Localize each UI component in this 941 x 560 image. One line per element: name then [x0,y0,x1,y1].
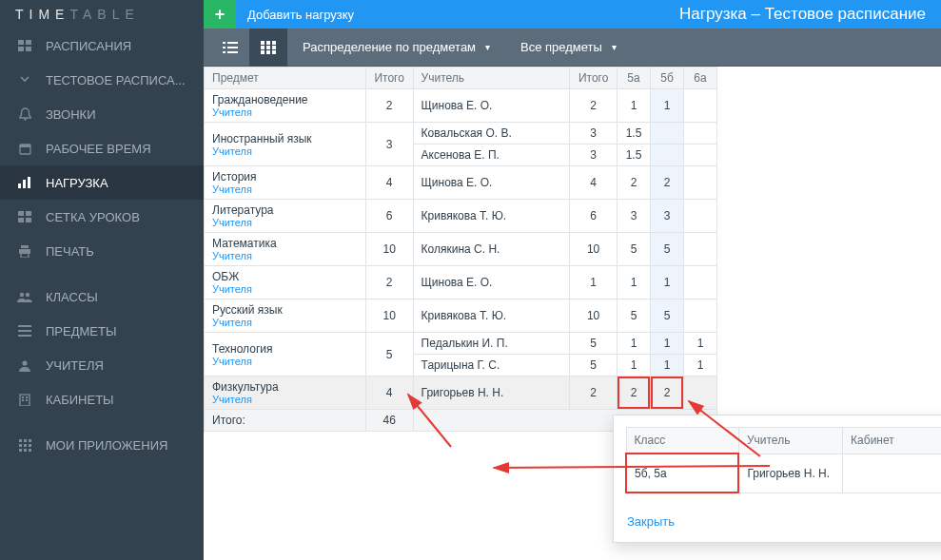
cell-5b[interactable]: 1 [651,355,684,377]
sidebar-item-8[interactable]: КЛАССЫ [0,280,204,314]
view-list-button[interactable] [211,29,249,67]
cell-cabinet[interactable] [843,454,941,492]
svg-rect-47 [266,46,270,49]
sidebar-item-11[interactable]: КАБИНЕТЫ [0,382,204,416]
building-icon [17,394,32,406]
subject-cell[interactable]: МатематикаУчителя [205,233,366,266]
teacher-name[interactable]: Кривякова Т. Ю. [413,200,570,233]
cell-5b[interactable]: 3 [651,200,684,233]
cell-5a[interactable]: 2 [618,166,651,200]
distribution-menu[interactable]: Распределение по предметам ▾ [287,29,505,67]
cell-5b[interactable]: 5 [651,299,684,333]
subject-cell[interactable]: ГраждановедениеУчителя [205,89,366,123]
teacher-name[interactable]: Колякина С. Н. [413,233,570,266]
cell-5a[interactable]: 1 [618,333,651,355]
teachers-link[interactable]: Учителя [212,183,358,195]
cell-6a[interactable]: 1 [683,355,716,377]
sidebar-item-13[interactable]: МОИ ПРИЛОЖЕНИЯ [0,428,204,462]
add-button[interactable]: + [204,0,236,29]
cell-5a[interactable]: 3 [618,200,651,233]
cell-6a[interactable] [683,266,716,299]
subject-cell[interactable]: ФизкультураУчителя [205,377,366,410]
cell-5b[interactable] [651,123,684,145]
teacher-name[interactable]: Щинова Е. О. [413,166,570,200]
table-row[interactable]: ГраждановедениеУчителя2Щинова Е. О.211 [205,89,717,123]
sidebar-item-6[interactable]: ПЕЧАТЬ [0,234,204,268]
cell-6a[interactable] [683,377,716,410]
cell-5b[interactable]: 1 [651,333,684,355]
teacher-name[interactable]: Тарицына Г. С. [413,355,570,377]
cell-6a[interactable] [683,233,716,266]
table-row[interactable]: ТехнологияУчителя5Педалькин И. П.5111 [205,333,717,355]
view-grid-button[interactable] [249,29,287,67]
cell-5a[interactable]: 1.5 [618,123,651,145]
teachers-link[interactable]: Учителя [212,283,358,295]
teachers-link[interactable]: Учителя [212,145,358,157]
teachers-link[interactable]: Учителя [212,356,358,367]
cell-6a[interactable] [683,200,716,233]
cell-5a[interactable]: 5 [618,233,651,266]
cell-5a[interactable]: 1 [618,266,651,299]
popup-close[interactable]: Закрыть [627,514,675,529]
sidebar-item-10[interactable]: УЧИТЕЛЯ [0,348,204,382]
teacher-name[interactable]: Педалькин И. П. [413,333,570,355]
teachers-link[interactable]: Учителя [212,250,358,261]
teacher-name[interactable]: Щинова Е. О. [413,266,570,299]
cell-6a[interactable] [683,166,716,200]
subject-total: 10 [365,299,413,333]
table-row[interactable]: МатематикаУчителя10Колякина С. Н.1055 [205,233,717,266]
teacher-name[interactable]: Григорьев Н. Н. [413,377,570,410]
cell-5a[interactable]: 1 [618,355,651,377]
teachers-link[interactable]: Учителя [212,317,358,328]
teacher-name[interactable]: Ковальская О. В. [413,123,570,145]
teachers-link[interactable]: Учителя [212,217,358,228]
teachers-link[interactable]: Учителя [212,394,358,405]
cell-5a[interactable]: 5 [618,299,651,333]
subject-cell[interactable]: ЛитератураУчителя [205,200,366,233]
cell-5b[interactable]: 1 [651,266,684,299]
sidebar-item-5[interactable]: СЕТКА УРОКОВ [0,200,204,234]
add-button-label[interactable]: Добавить нагрузку [247,8,354,22]
cell-6a[interactable] [683,299,716,333]
subject-name: ОБЖ [212,270,358,283]
subject-cell[interactable]: ТехнологияУчителя [205,333,366,377]
table-row[interactable]: ЛитератураУчителя6Кривякова Т. Ю.633 [205,200,717,233]
teachers-link[interactable]: Учителя [212,106,358,118]
teacher-name[interactable]: Кривякова Т. Ю. [413,299,570,333]
sidebar-item-9[interactable]: ПРЕДМЕТЫ [0,314,204,348]
cell-6a[interactable] [683,89,716,123]
table-row[interactable]: Иностранный языкУчителя3Ковальская О. В.… [205,123,717,145]
table-row[interactable]: ФизкультураУчителя4Григорьев Н. Н.222 [205,377,717,410]
cell-5b[interactable]: 2 [651,377,684,410]
sidebar-item-4[interactable]: НАГРУЗКА [0,165,204,200]
subject-cell[interactable]: Русский языкУчителя [205,299,366,333]
cell-6a[interactable]: 1 [683,333,716,355]
teacher-name[interactable]: Аксенова Е. П. [413,145,570,166]
sidebar-item-2[interactable]: ЗВОНКИ [0,97,204,131]
teacher-name[interactable]: Щинова Е. О. [413,89,570,123]
cell-6a[interactable] [683,145,716,166]
cell-5a[interactable]: 1.5 [618,145,651,166]
cell-teacher[interactable]: Григорьев Н. Н. [738,454,842,492]
sidebar-item-1[interactable]: ТЕСТОВОЕ РАСПИСА... [0,63,204,97]
table-row[interactable]: Русский языкУчителя10Кривякова Т. Ю.1055 [205,299,717,333]
table-row[interactable]: ОБЖУчителя2Щинова Е. О.111 [205,266,717,299]
svg-rect-8 [23,180,26,188]
subjects-filter-menu[interactable]: Все предметы ▾ [505,29,632,67]
subject-cell[interactable]: ОБЖУчителя [205,266,366,299]
details-row[interactable]: 5б, 5а Григорьев Н. Н. 2 Все неде... [626,454,941,492]
cell-5b[interactable]: 2 [651,166,684,200]
table-row[interactable]: ИсторияУчителя4Щинова Е. О.422 [205,166,717,200]
cell-5a[interactable]: 2 [618,377,651,410]
subject-cell[interactable]: ИсторияУчителя [205,166,366,200]
cell-class[interactable]: 5б, 5а [626,454,738,492]
svg-point-4 [24,118,26,120]
sidebar-item-3[interactable]: РАБОЧЕЕ ВРЕМЯ [0,131,204,165]
cell-5a[interactable]: 1 [618,89,651,123]
cell-6a[interactable] [683,123,716,145]
subject-cell[interactable]: Иностранный языкУчителя [205,123,366,166]
sidebar-item-0[interactable]: РАСПИСАНИЯ [0,29,204,63]
cell-5b[interactable]: 1 [651,89,684,123]
cell-5b[interactable]: 5 [651,233,684,266]
cell-5b[interactable] [651,145,684,166]
